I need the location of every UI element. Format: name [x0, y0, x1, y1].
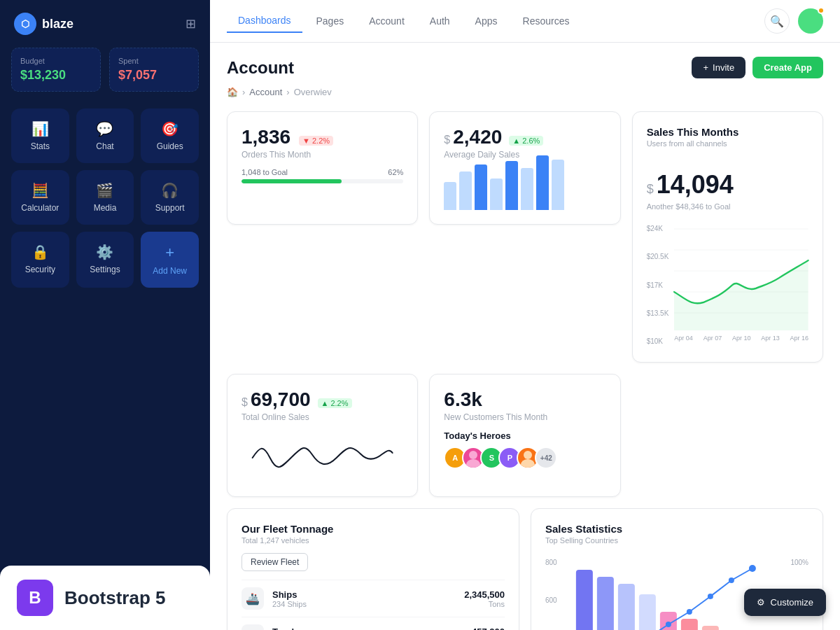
user-avatar[interactable] [798, 8, 823, 34]
chart-area: Apr 04 Apr 07 Apr 10 Apr 13 Apr 16 [674, 222, 808, 348]
invite-button[interactable]: + Invite [692, 57, 746, 78]
ships-unit: Tons [464, 600, 505, 608]
nav-grid: 📊 Stats 💬 Chat 🎯 Guides 🧮 Calculator 🎬 M… [0, 103, 210, 293]
sidebar-item-support[interactable]: 🎧 Support [141, 170, 199, 225]
trucks-name: Trucks [272, 626, 472, 631]
daily-sales-chart [444, 168, 606, 210]
nav-account[interactable]: Account [358, 9, 416, 33]
budget-value: $13,230 [20, 68, 92, 83]
budget-section: Budget $13,230 Spent $7,057 [0, 48, 210, 103]
sales-stats-sub: Top Selling Countries [545, 536, 808, 545]
ships-value: 2,345,500 [464, 589, 505, 600]
bar-8 [552, 160, 564, 210]
customize-button[interactable]: ⚙ Customize [744, 589, 826, 616]
breadcrumb-overview: Overwiev [294, 87, 332, 97]
nav-dashboards[interactable]: Dashboards [227, 9, 302, 33]
guides-icon: 🎯 [161, 120, 178, 137]
sidebar-item-security[interactable]: 🔒 Security [11, 232, 69, 288]
y-axis: $24K $20.5K $17K $13.5K $10K [647, 222, 669, 348]
nav-auth[interactable]: Auth [419, 9, 461, 33]
total-online-label: Total Online Sales [241, 412, 403, 422]
media-label: Media [94, 203, 117, 213]
svg-point-24 [729, 578, 734, 583]
svg-point-7 [524, 451, 532, 459]
sales-line-chart: $24K $20.5K $17K $13.5K $10K [647, 222, 808, 348]
sales-stats-title: Sales Statistics [545, 523, 808, 535]
svg-point-22 [687, 609, 692, 615]
nav-pages[interactable]: Pages [305, 9, 356, 33]
create-app-button[interactable]: Create App [752, 57, 823, 78]
progress-goal-text: 1,048 to Goal [241, 168, 288, 176]
daily-sales-card: $ 2,420 ▲ 2.6% Average Daily Sales [429, 111, 620, 225]
chat-icon: 💬 [96, 120, 113, 137]
svg-point-5 [469, 451, 477, 459]
svg-point-23 [708, 594, 713, 599]
nav-resources[interactable]: Resources [512, 9, 581, 33]
header-actions: + Invite Create App [692, 57, 823, 78]
sales-y-axis: 800 600 400 200 [545, 556, 557, 630]
svg-rect-11 [618, 584, 635, 630]
settings-icon: ⚙️ [96, 244, 113, 260]
sidebar-item-settings[interactable]: ⚙️ Settings [76, 232, 134, 288]
customers-label: New Customers This Month [444, 412, 606, 422]
bar-1 [444, 182, 456, 210]
avatar-count: +42 [535, 447, 557, 469]
page-content: Account + Invite Create App 🏠 › Account … [210, 43, 840, 630]
total-online-value: 69,700 [251, 388, 311, 411]
svg-rect-15 [702, 626, 719, 630]
total-online-currency: $ [241, 396, 248, 409]
review-fleet-button[interactable]: Review Fleet [241, 553, 308, 571]
add-new-label: Add New [153, 266, 187, 276]
heroes-label: Today's Heroes [444, 430, 606, 441]
support-label: Support [155, 203, 185, 213]
invite-plus-icon: + [703, 62, 708, 73]
bar-7 [536, 155, 549, 210]
daily-sales-currency: $ [444, 134, 450, 146]
orders-progress: 1,048 to Goal 62% [241, 168, 403, 183]
stats-label: Stats [31, 141, 50, 151]
sales-goal-text: Another $48,346 to Goal [647, 202, 808, 211]
fleet-ships: 🚢 Ships 234 Ships 2,345,500 Tons [241, 580, 505, 617]
sidebar-item-media[interactable]: 🎬 Media [76, 170, 134, 225]
sidebar-item-add-new[interactable]: + Add New [141, 232, 199, 288]
calculator-icon: 🧮 [31, 182, 49, 199]
breadcrumb-account[interactable]: Account [249, 87, 282, 97]
bar-4 [490, 178, 503, 210]
trucks-value: 457,200 [472, 626, 505, 631]
fleet-sub: Total 1,247 vehicles [241, 536, 505, 545]
svg-rect-14 [681, 619, 698, 630]
sidebar-header: ⬡ blaze ⊞ [0, 0, 210, 48]
page-title: Account [227, 58, 294, 78]
stats-icon: 📊 [31, 120, 49, 137]
budget-card: Budget $13,230 [11, 48, 101, 92]
sidebar-item-chat[interactable]: 💬 Chat [76, 108, 134, 163]
orders-badge: ▼ 2.2% [299, 136, 333, 146]
sales-currency: $ [647, 182, 654, 197]
spent-card: Spent $7,057 [109, 48, 199, 92]
svg-point-8 [521, 459, 535, 469]
nav-links: Dashboards Pages Account Auth Apps Resou… [227, 9, 580, 33]
orders-card: 1,836 ▼ 2.2% Orders This Month 1,048 to … [227, 111, 418, 225]
sidebar-menu-button[interactable]: ⊞ [186, 16, 196, 31]
ships-sub: 234 Ships [272, 600, 464, 608]
bootstrap-label: Bootstrap 5 [64, 587, 165, 609]
spent-label: Spent [118, 57, 190, 65]
sidebar-item-guides[interactable]: 🎯 Guides [141, 108, 199, 163]
fleet-card: Our Fleet Tonnage Total 1,247 vehicles R… [227, 508, 519, 630]
bar-5 [505, 161, 518, 210]
bottom-grid: Our Fleet Tonnage Total 1,247 vehicles R… [227, 508, 823, 630]
svg-point-6 [466, 459, 480, 469]
search-button[interactable]: 🔍 [764, 8, 790, 34]
home-icon: 🏠 [227, 87, 238, 97]
x-axis: Apr 04 Apr 07 Apr 10 Apr 13 Apr 16 [674, 335, 808, 342]
trucks-icon: 🚛 [241, 624, 264, 630]
hero-avatars: A S P +42 [444, 447, 606, 469]
page-header: Account + Invite Create App [227, 57, 823, 78]
sidebar-item-stats[interactable]: 📊 Stats [11, 108, 69, 163]
sidebar-item-calculator[interactable]: 🧮 Calculator [11, 170, 69, 225]
customize-icon: ⚙ [757, 597, 765, 608]
nav-apps[interactable]: Apps [464, 9, 509, 33]
security-icon: 🔒 [31, 244, 49, 260]
daily-sales-badge: ▲ 2.6% [509, 136, 543, 146]
orders-badge-arrow: ▼ [302, 136, 310, 145]
